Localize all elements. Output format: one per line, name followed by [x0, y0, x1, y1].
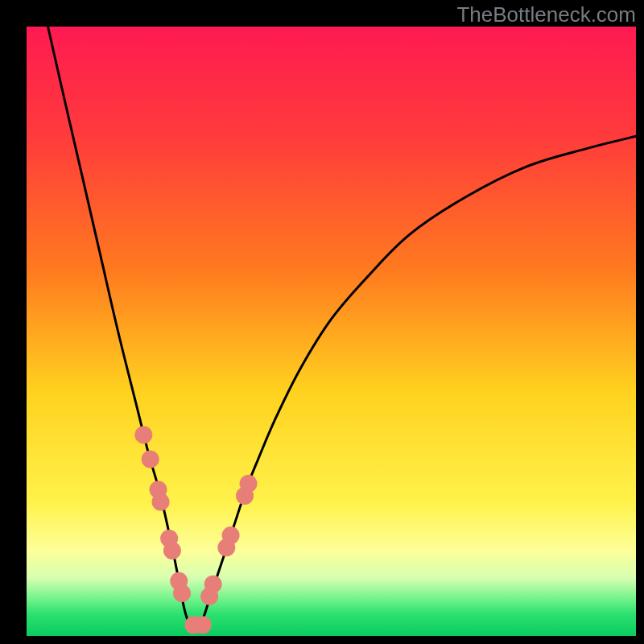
- bottleneck-curve: [48, 27, 637, 629]
- data-marker: [142, 450, 159, 468]
- chart-svg: [27, 27, 636, 636]
- outer-frame: TheBottleneck.com: [0, 0, 644, 644]
- data-marker: [194, 616, 212, 634]
- data-marker: [204, 576, 222, 593]
- marker-group: [134, 426, 257, 634]
- data-marker: [134, 426, 152, 444]
- data-marker: [240, 475, 258, 493]
- plot-area: [27, 27, 636, 636]
- data-marker: [222, 526, 240, 544]
- data-marker: [163, 542, 181, 559]
- data-marker: [152, 493, 170, 510]
- watermark-text: TheBottleneck.com: [456, 2, 636, 27]
- data-marker: [173, 584, 191, 602]
